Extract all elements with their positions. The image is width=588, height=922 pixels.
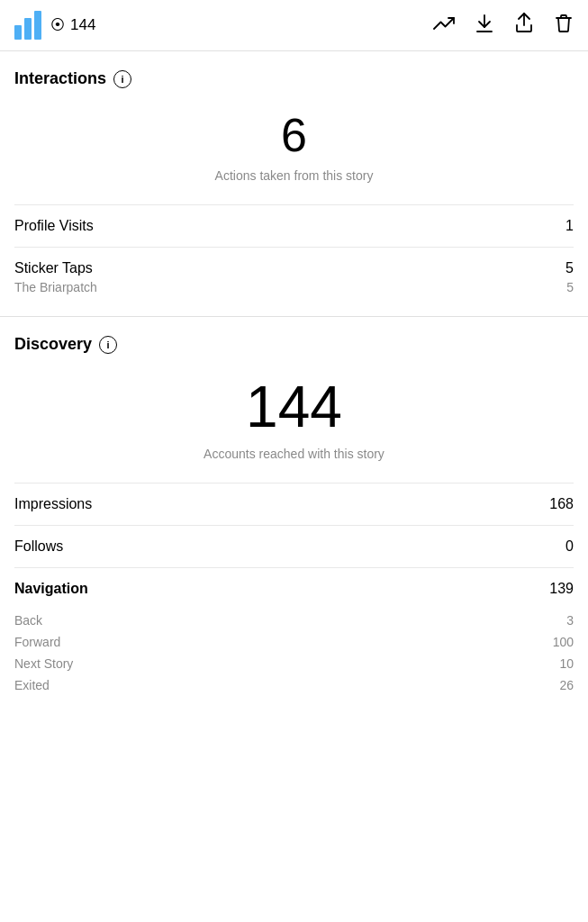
discovery-title: Discovery bbox=[14, 335, 92, 354]
back-row: Back 3 bbox=[14, 610, 574, 631]
discovery-section: Discovery i 144 Accounts reached with th… bbox=[0, 317, 588, 710]
bar-chart-icon[interactable] bbox=[14, 11, 41, 40]
next-story-label: Next Story bbox=[14, 656, 73, 671]
forward-value: 100 bbox=[553, 635, 574, 649]
discovery-title-row: Discovery i bbox=[14, 335, 574, 354]
profile-visits-value: 1 bbox=[565, 218, 574, 234]
exited-label: Exited bbox=[14, 678, 50, 692]
download-icon[interactable] bbox=[475, 13, 494, 39]
profile-visits-row: Profile Visits 1 bbox=[14, 204, 574, 247]
trash-icon[interactable] bbox=[554, 13, 574, 39]
follows-row: Follows 0 bbox=[14, 525, 574, 567]
sticker-name-label: The Briarpatch bbox=[14, 280, 97, 294]
trending-up-icon[interactable] bbox=[433, 13, 455, 39]
impressions-label: Impressions bbox=[14, 496, 92, 512]
sticker-taps-value: 5 bbox=[565, 260, 574, 276]
impressions-row: Impressions 168 bbox=[14, 483, 574, 525]
sticker-taps-label: Sticker Taps bbox=[14, 260, 93, 276]
profile-visits-label: Profile Visits bbox=[14, 218, 94, 234]
forward-row: Forward 100 bbox=[14, 631, 574, 653]
sticker-taps-section: Sticker Taps 5 The Briarpatch 5 bbox=[14, 247, 574, 302]
back-value: 3 bbox=[566, 613, 574, 628]
impressions-value: 168 bbox=[549, 496, 574, 512]
header-eye: ⦿ 144 bbox=[50, 16, 95, 34]
header: ⦿ 144 bbox=[0, 0, 588, 51]
interactions-title-row: Interactions i bbox=[14, 69, 574, 88]
discovery-info-icon[interactable]: i bbox=[99, 336, 117, 354]
exited-value: 26 bbox=[559, 678, 574, 692]
header-actions bbox=[433, 13, 574, 39]
interactions-total: 6 bbox=[14, 110, 574, 161]
follows-label: Follows bbox=[14, 538, 63, 555]
interactions-section: Interactions i 6 Actions taken from this… bbox=[0, 51, 588, 316]
forward-label: Forward bbox=[14, 635, 60, 649]
next-story-row: Next Story 10 bbox=[14, 653, 574, 674]
navigation-value: 139 bbox=[549, 581, 574, 597]
navigation-label: Navigation bbox=[14, 581, 88, 597]
next-story-value: 10 bbox=[559, 656, 574, 671]
header-reach-count: 144 bbox=[70, 16, 95, 34]
interactions-subtitle: Actions taken from this story bbox=[14, 168, 574, 183]
interactions-info-icon[interactable]: i bbox=[113, 70, 131, 88]
sticker-name-value: 5 bbox=[566, 280, 574, 294]
share-icon[interactable] bbox=[514, 13, 534, 39]
eye-icon: ⦿ bbox=[50, 17, 65, 33]
discovery-total: 144 bbox=[14, 375, 574, 438]
back-label: Back bbox=[14, 613, 42, 628]
bar-3 bbox=[34, 11, 41, 40]
exited-row: Exited 26 bbox=[14, 674, 574, 696]
navigation-row: Navigation 139 bbox=[14, 567, 574, 610]
sticker-sub-row: The Briarpatch 5 bbox=[14, 280, 574, 294]
follows-value: 0 bbox=[565, 538, 574, 555]
bar-2 bbox=[24, 18, 32, 40]
interactions-title: Interactions bbox=[14, 69, 106, 88]
header-left: ⦿ 144 bbox=[14, 11, 95, 40]
bar-1 bbox=[14, 25, 22, 40]
discovery-subtitle: Accounts reached with this story bbox=[14, 447, 574, 461]
sticker-taps-main-row: Sticker Taps 5 bbox=[14, 260, 574, 276]
